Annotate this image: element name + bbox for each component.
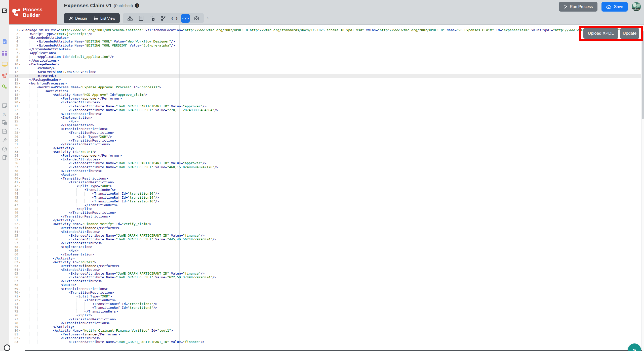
code-line[interactable]: 78 </TransitionRestrictions> [9,321,644,325]
code-line[interactable]: 15▾ <WorkflowProcesses> [9,81,644,85]
code-line[interactable]: 31 </TransitionRestrictions> [9,142,644,146]
code-line[interactable]: 33▾ <Activity Id="route1"> [9,150,644,154]
form-view-button[interactable] [137,14,145,23]
code-line[interactable]: 69▾ <TransitionRestrictions> [9,287,644,291]
fold-toggle[interactable]: ▾ [18,177,21,181]
code-line[interactable]: 83 <ExtendedAttribute Name="JaWE_GRAPH_P… [9,340,644,344]
code-line[interactable]: 2 <Script Type="text/javascript"/> [9,32,644,36]
code-line[interactable]: 12 <XPDLVersion>1.0</XPDLVersion> [9,70,644,74]
fold-toggle[interactable]: ▾ [18,329,21,333]
monitor-icon[interactable] [2,61,8,67]
fold-toggle[interactable]: ▾ [18,89,21,93]
code-line[interactable]: 19 <Performer>approver</Performer> [9,97,644,100]
expression-icon[interactable]: {x} [2,111,8,117]
upload-xpdl-button[interactable]: Upload XPDL [583,28,618,39]
code-line[interactable]: 55 <ExtendedAttribute Name="JaWE_GRAPH_P… [9,234,644,237]
fold-toggle[interactable]: ▾ [18,101,21,104]
code-line[interactable]: 7▾ <Applications> [9,51,644,55]
fold-toggle[interactable]: ▾ [18,291,21,295]
fold-toggle[interactable]: ▾ [18,336,21,340]
code-line[interactable]: 77 </TransitionRestriction> [9,317,644,321]
code-line[interactable]: 56 <ExtendedAttribute Name="JaWE_GRAPH_O… [9,237,644,241]
gauge-icon[interactable] [2,146,8,152]
code-line[interactable]: 14 </PackageHeader> [9,78,644,81]
fold-toggle[interactable]: ▾ [18,131,21,135]
code-line[interactable]: 20▾ <ExtendedAttributes> [9,100,644,104]
fold-toggle[interactable]: ▾ [18,127,21,131]
code-line[interactable]: 5 <ExtendedAttribute Name="EDITING_TOOL_… [9,43,644,47]
fold-toggle[interactable]: ▾ [18,158,21,161]
code-line[interactable]: 73 <TransitionRef Id="transition7"/> [9,302,644,306]
code-line[interactable]: 59 <No/> [9,249,644,252]
code-line[interactable]: 48 </Split> [9,207,644,211]
info-icon[interactable]: i [135,3,139,8]
fold-toggle[interactable]: ▾ [18,268,21,272]
fold-toggle[interactable]: ▾ [18,188,21,192]
code-line[interactable]: 16▾ <WorkflowProcess Name="Expense Appro… [9,85,644,89]
code-line[interactable]: 27▾ <TransitionRestrictions> [9,127,644,131]
code-line[interactable]: 10▾ <PackageHeader> [9,62,644,66]
code-line[interactable]: 22 <ExtendedAttribute Name="JaWE_GRAPH_O… [9,108,644,112]
fold-toggle[interactable]: ▾ [18,222,21,226]
code-line[interactable]: 74 <TransitionRef Id="transition8"/> [9,306,644,310]
table-icon[interactable] [2,50,8,56]
document-icon[interactable] [2,38,8,45]
code-line[interactable]: 47 </TransitionRefs> [9,203,644,207]
code-line[interactable]: 63 <Performer>finance</Performer> [9,264,644,268]
code-line[interactable]: 34 <Performer>approver</Performer> [9,154,644,157]
plug-icon[interactable] [2,137,8,143]
braces-view-button[interactable]: { } [170,14,179,23]
fold-toggle[interactable]: ▾ [18,93,21,97]
code-line[interactable]: 45 <TransitionRef Id="transition14"/> [9,196,644,199]
code-line[interactable]: 80▾ <Activity Name="Notify Claimant Fina… [9,329,644,332]
scroll-icon[interactable] [2,155,8,161]
fold-toggle[interactable]: ▾ [18,28,21,32]
code-line[interactable]: 71▾ <Split Type="XOR"> [9,294,644,298]
code-line[interactable]: 26 </Implementation> [9,123,644,127]
code-line[interactable]: 40▾ <TransitionRestrictions> [9,177,644,180]
code-line[interactable]: 28▾ <TransitionRestriction> [9,131,644,135]
fold-toggle[interactable]: ▾ [18,85,21,89]
flowchart-icon[interactable] [2,72,8,78]
code-line[interactable]: 23 </ExtendedAttributes> [9,112,644,116]
code-line[interactable]: 11 <Vendor/> [9,66,644,70]
code-line[interactable]: 4 <ExtendedAttribute Name="EDITING_TOOL"… [9,39,644,43]
code-line[interactable]: 44 <TransitionRef Id="transition10"/> [9,192,644,195]
xpdl-code-editor[interactable]: 1▾<Package xmlns:xsi="http://www.w3.org/… [9,24,644,351]
fold-toggle[interactable]: ▾ [18,298,21,302]
compose-edit-icon[interactable] [2,7,8,13]
code-line[interactable]: 17▾ <Activities> [9,89,644,93]
bottom-left-widget[interactable] [4,344,10,351]
code-line[interactable]: 36 <ExtendedAttribute Name="JaWE_GRAPH_P… [9,161,644,165]
code-line[interactable]: 57 </ExtendedAttributes> [9,241,644,245]
code-line[interactable]: 37 <ExtendedAttribute Name="JaWE_GRAPH_O… [9,165,644,169]
code-line[interactable]: 18▾ <Activity Name="HOD Approve" Id="app… [9,93,644,97]
code-line[interactable]: 51 </Activity> [9,218,644,222]
code-line[interactable]: 66 <ExtendedAttribute Name="JaWE_GRAPH_O… [9,275,644,279]
user-avatar[interactable]: admin [632,2,641,11]
code-line[interactable]: 35▾ <ExtendedAttributes> [9,157,644,161]
fold-toggle[interactable]: ▾ [18,51,21,55]
update-button[interactable]: Update [620,28,639,39]
code-line[interactable]: 61 </Activity> [9,256,644,260]
tab-list-view[interactable]: List View [94,16,115,20]
code-line[interactable]: 38 </ExtendedAttributes> [9,169,644,173]
code-line[interactable]: 75 </TransitionRefs> [9,310,644,313]
shapes-view-button[interactable] [148,14,156,23]
note-icon[interactable] [2,103,8,109]
code-line[interactable]: 52▾ <Activity Name="Finance Verify" Id="… [9,222,644,226]
fold-toggle[interactable]: ▾ [18,245,21,249]
fold-toggle[interactable]: ▾ [18,181,21,184]
code-line[interactable]: 49 </TransitionRestriction> [9,211,644,214]
code-line[interactable]: 72▾ <TransitionRefs> [9,298,644,302]
code-line[interactable]: 8 <Application Id="default_application"/… [9,55,644,59]
code-line[interactable]: 82▾ <ExtendedAttributes> [9,336,644,340]
code-line[interactable]: 30 </TransitionRestriction> [9,139,644,142]
code-line[interactable]: 6 </ExtendedAttributes> [9,47,644,51]
code-line[interactable]: 65 <ExtendedAttribute Name="JaWE_GRAPH_P… [9,272,644,275]
code-line[interactable]: 62▾ <Activity Id="route2"> [9,260,644,264]
code-line[interactable]: 24▾ <Implementation> [9,116,644,119]
code-line[interactable]: 41▾ <TransitionRestriction> [9,180,644,184]
code-line[interactable]: 21 <ExtendedAttribute Name="JaWE_GRAPH_P… [9,104,644,108]
code-line[interactable]: 13 <Created/> [9,74,644,78]
